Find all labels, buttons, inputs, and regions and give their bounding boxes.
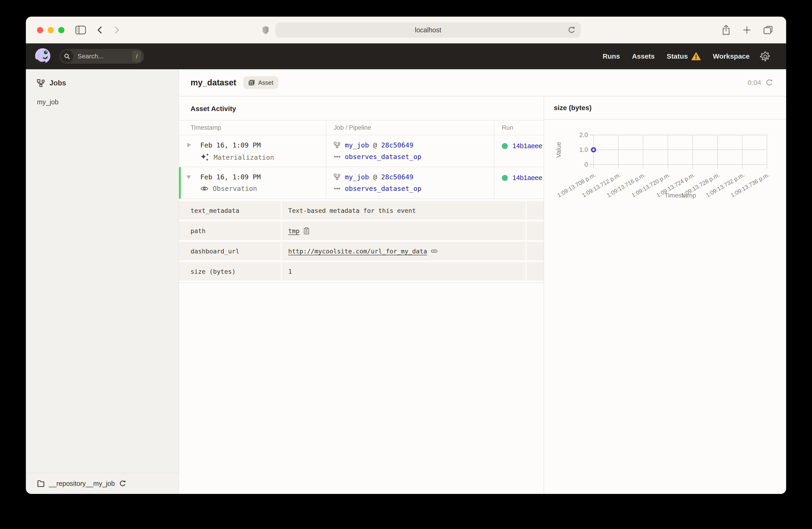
tab-overview-icon[interactable] xyxy=(763,25,773,35)
main-panel: my_dataset Asset 0:04 Asset Activity xyxy=(179,69,786,494)
dagster-logo[interactable] xyxy=(34,48,51,65)
address-bar[interactable]: localhost xyxy=(276,23,581,38)
asset-icon xyxy=(248,79,255,86)
svg-text:1:09:13.708 p.m.: 1:09:13.708 p.m. xyxy=(556,171,597,199)
event-type: Materialization xyxy=(214,153,274,161)
svg-text:1:09:13.732 p.m.: 1:09:13.732 p.m. xyxy=(705,171,746,199)
forward-button-icon[interactable] xyxy=(113,25,121,35)
global-search[interactable]: / xyxy=(60,49,144,64)
top-nav: Runs Assets Status Workspace xyxy=(603,52,750,60)
search-icon xyxy=(60,50,73,63)
op-link[interactable]: observes_dataset_op xyxy=(345,153,421,161)
page-title: my_dataset xyxy=(190,78,236,87)
browser-toolbar: localhost xyxy=(26,17,786,43)
nav-workspace[interactable]: Workspace xyxy=(713,53,750,60)
svg-text:1.0: 1.0 xyxy=(579,146,588,153)
metadata-key: dashboard_url xyxy=(179,242,281,260)
jobs-section-header: Jobs xyxy=(37,79,178,87)
event-type: Observation xyxy=(213,185,257,192)
col-run: Run xyxy=(494,120,544,135)
zoom-window-button[interactable] xyxy=(58,27,64,33)
observation-eye-icon xyxy=(200,185,208,192)
asset-titlebar: my_dataset Asset 0:04 xyxy=(179,69,786,97)
event-timestamp: Feb 16, 1:09 PM xyxy=(200,173,326,181)
metadata-key: path xyxy=(179,222,281,240)
run-link[interactable]: 14b1aeee xyxy=(512,142,542,150)
close-window-button[interactable] xyxy=(37,27,43,33)
activity-table: Timestamp Job / Pipeline Run Feb 16, 1:0… xyxy=(179,120,543,283)
activity-table-header: Timestamp Job / Pipeline Run xyxy=(179,120,543,135)
run-link[interactable]: 14b1aeee xyxy=(512,174,542,182)
svg-text:1:09:13.716 p.m.: 1:09:13.716 p.m. xyxy=(606,171,647,199)
metadata-filler xyxy=(526,222,543,240)
metadata-row: path tmp xyxy=(179,222,543,240)
metadata-plots-panel: size (bytes) 01.02.01:09:13.708 p.m.1:09… xyxy=(544,97,786,494)
col-job-pipeline: Job / Pipeline xyxy=(326,120,494,135)
metadata-value: Text-based metadata for this event xyxy=(282,201,526,220)
metadata-row: size (bytes) 1 xyxy=(179,262,543,281)
external-link-icon[interactable] xyxy=(431,248,438,254)
reload-icon[interactable] xyxy=(567,26,576,34)
metadata-key: size (bytes) xyxy=(179,262,281,281)
svg-text:1:09:13.728 p.m.: 1:09:13.728 p.m. xyxy=(680,171,721,199)
traffic-lights xyxy=(37,27,64,33)
metadata-value: 1 xyxy=(282,262,526,281)
search-shortcut-key: / xyxy=(132,51,141,62)
svg-text:Timestamp: Timestamp xyxy=(664,192,696,199)
nav-assets[interactable]: Assets xyxy=(632,53,654,60)
svg-text:1:09:13.724 p.m.: 1:09:13.724 p.m. xyxy=(655,171,696,199)
asset-tag-label: Asset xyxy=(258,79,273,86)
minimize-window-button[interactable] xyxy=(47,27,54,33)
timer-value: 0:04 xyxy=(748,79,761,87)
op-icon xyxy=(334,154,340,160)
metadata-key: text_metadata xyxy=(179,201,281,220)
nav-runs[interactable]: Runs xyxy=(603,53,620,60)
job-icon xyxy=(334,142,340,149)
event-row-materialization[interactable]: Feb 16, 1:09 PM Materialization my_job @… xyxy=(179,135,543,167)
privacy-shield-icon[interactable] xyxy=(262,25,270,35)
browser-window: localhost xyxy=(26,17,786,494)
svg-text:1:09:13.720 p.m.: 1:09:13.720 p.m. xyxy=(630,171,671,199)
dashboard-url-link[interactable]: http://mycoolsite.com/url_for_my_data xyxy=(288,248,427,255)
svg-text:1:09:13.712 p.m.: 1:09:13.712 p.m. xyxy=(581,171,622,199)
sidebar-item-my-job[interactable]: my_job xyxy=(37,98,178,106)
run-status-dot xyxy=(502,143,508,149)
run-status-dot xyxy=(502,175,508,181)
refresh-timer: 0:04 xyxy=(748,79,773,87)
metadata-filler xyxy=(526,201,543,220)
timer-reload-icon[interactable] xyxy=(765,79,773,87)
job-icon xyxy=(334,174,340,180)
op-icon xyxy=(334,186,340,192)
path-link[interactable]: tmp xyxy=(288,227,300,235)
nav-status[interactable]: Status xyxy=(667,52,701,60)
job-link[interactable]: my_job @ 28c50649 xyxy=(345,173,414,181)
sidebar-toggle-icon[interactable] xyxy=(75,25,86,35)
chart-title: size (bytes) xyxy=(554,104,592,112)
metadata-row: text_metadata Text-based metadata for th… xyxy=(179,201,543,220)
collapse-caret-icon[interactable] xyxy=(186,175,191,179)
svg-text:1:09:13.736 p.m.: 1:09:13.736 p.m. xyxy=(729,171,770,199)
folder-icon xyxy=(37,480,45,487)
metadata-filler xyxy=(526,242,543,260)
jobs-icon xyxy=(37,79,45,87)
copy-clipboard-icon[interactable] xyxy=(303,227,310,235)
event-timestamp: Feb 16, 1:09 PM xyxy=(200,141,326,149)
settings-gear-icon[interactable] xyxy=(760,51,770,61)
left-sidebar: Jobs my_job __repository__my_job xyxy=(26,69,179,494)
repository-reload-icon[interactable] xyxy=(119,480,126,487)
search-input[interactable] xyxy=(77,53,132,60)
new-tab-icon[interactable] xyxy=(742,25,752,35)
share-icon[interactable] xyxy=(722,25,731,35)
expand-caret-icon[interactable] xyxy=(187,143,191,147)
metadata-row: dashboard_url http://mycoolsite.com/url_… xyxy=(179,242,543,260)
asset-type-badge[interactable]: Asset xyxy=(243,76,278,89)
repository-name[interactable]: __repository__my_job xyxy=(49,480,115,487)
event-row-observation[interactable]: Feb 16, 1:09 PM Observation my_job @ 28c… xyxy=(179,167,543,199)
activity-heading: Asset Activity xyxy=(190,105,543,113)
op-link[interactable]: observes_dataset_op xyxy=(345,185,421,192)
col-timestamp: Timestamp xyxy=(179,120,326,135)
asset-activity-section: Asset Activity Timestamp Job / Pipeline … xyxy=(179,97,544,494)
size-bytes-chart: 01.02.01:09:13.708 p.m.1:09:13.712 p.m.1… xyxy=(544,97,785,272)
back-button-icon[interactable] xyxy=(96,25,104,35)
job-link[interactable]: my_job @ 28c50649 xyxy=(345,141,414,149)
